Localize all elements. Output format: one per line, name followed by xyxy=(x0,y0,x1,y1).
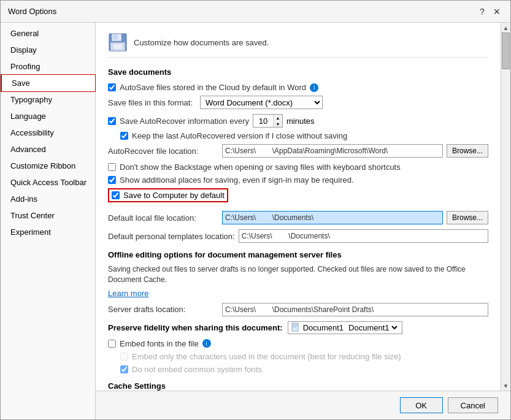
server-drafts-label: Server drafts location: xyxy=(108,305,218,314)
content-area: Customize how documents are saved. Save … xyxy=(96,23,501,391)
default-templates-row: Default personal templates location: xyxy=(108,229,488,243)
spinner-buttons: ▲ ▼ xyxy=(273,115,282,127)
header-section: Customize how documents are saved. xyxy=(108,32,488,58)
dont-show-backstage-label: Don't show the Backstage when opening or… xyxy=(120,162,401,172)
autorecover-browse-button[interactable]: Browse... xyxy=(447,144,488,158)
autorecover-minutes-input[interactable] xyxy=(253,115,273,127)
sidebar-item-proofing[interactable]: Proofing xyxy=(1,58,95,75)
autorecover-row: Save AutoRecover information every ▲ ▼ m… xyxy=(108,114,488,128)
offline-description: Saving checked out files to server draft… xyxy=(108,264,488,285)
svg-rect-6 xyxy=(293,324,298,325)
cancel-button[interactable]: Cancel xyxy=(448,397,498,413)
sidebar-item-typography[interactable]: Typography xyxy=(1,91,95,108)
cache-settings-title: Cache Settings xyxy=(108,381,488,391)
sidebar-item-add-ins[interactable]: Add-ins xyxy=(1,191,95,207)
autorecover-checkbox[interactable] xyxy=(108,117,116,125)
word-options-dialog: Word Options ? ✕ General Display Proofin… xyxy=(0,0,511,420)
sidebar-item-accessibility[interactable]: Accessibility xyxy=(1,124,95,141)
do-not-embed-row: Do not embed common system fonts xyxy=(108,365,488,374)
svg-rect-8 xyxy=(293,327,296,327)
fidelity-doc-select: Document1 Document1 xyxy=(288,321,402,334)
default-local-browse-button[interactable]: Browse... xyxy=(447,211,488,224)
sidebar-item-display[interactable]: Display xyxy=(1,42,95,58)
save-documents-section: Save documents AutoSave files stored in … xyxy=(108,67,488,243)
save-icon xyxy=(108,32,128,52)
fidelity-doc-value: Document1 xyxy=(303,323,344,332)
sidebar-item-save[interactable]: Save xyxy=(1,75,95,91)
offline-section: Offline editing options for document man… xyxy=(108,250,488,316)
title-bar: Word Options ? ✕ xyxy=(1,1,510,23)
do-not-embed-label: Do not embed common system fonts xyxy=(132,365,262,374)
save-to-computer-highlighted: Save to Computer by default xyxy=(108,188,228,202)
keep-last-row: Keep the last AutoRecovered version if I… xyxy=(108,131,488,140)
spinner-up-button[interactable]: ▲ xyxy=(274,115,282,121)
server-drafts-input[interactable] xyxy=(222,303,488,316)
default-templates-input[interactable] xyxy=(239,229,488,243)
fidelity-title: Preserve fidelity when sharing this docu… xyxy=(108,323,283,332)
autosave-info-icon[interactable]: i xyxy=(310,83,318,92)
scroll-down-arrow[interactable]: ▼ xyxy=(501,381,511,391)
embed-fonts-info-icon[interactable]: i xyxy=(202,339,211,348)
scroll-track xyxy=(501,32,510,381)
autosave-checkbox[interactable] xyxy=(108,83,116,91)
keep-last-label: Keep the last AutoRecovered version if I… xyxy=(132,131,347,140)
sidebar-item-language[interactable]: Language xyxy=(1,108,95,124)
embed-fonts-checkbox[interactable] xyxy=(108,340,116,348)
svg-rect-2 xyxy=(113,34,118,40)
embed-only-label: Embed only the characters used in the do… xyxy=(132,352,401,361)
save-format-row: Save files in this format: Word Document… xyxy=(108,96,488,109)
help-button[interactable]: ? xyxy=(476,6,488,18)
autorecover-label: Save AutoRecover information every xyxy=(120,116,249,126)
embed-fonts-label: Embed fonts in the file xyxy=(120,339,199,348)
svg-rect-7 xyxy=(293,326,298,326)
show-additional-row: Show additional places for saving, even … xyxy=(108,175,488,185)
fidelity-section: Preserve fidelity when sharing this docu… xyxy=(108,321,488,374)
default-local-label: Default local file location: xyxy=(108,213,218,223)
embed-fonts-row: Embed fonts in the file i xyxy=(108,339,488,348)
offline-section-title: Offline editing options for document man… xyxy=(108,250,488,259)
embed-only-row: Embed only the characters used in the do… xyxy=(108,352,488,361)
save-to-computer-label: Save to Computer by default xyxy=(123,191,225,200)
save-to-computer-checkbox[interactable] xyxy=(112,191,120,199)
do-not-embed-checkbox[interactable] xyxy=(120,365,128,373)
sidebar-item-advanced[interactable]: Advanced xyxy=(1,141,95,158)
sidebar-item-customize-ribbon[interactable]: Customize Ribbon xyxy=(1,158,95,174)
sidebar-item-quick-access[interactable]: Quick Access Toolbar xyxy=(1,174,95,191)
dont-show-backstage-checkbox[interactable] xyxy=(108,163,116,171)
sidebar: General Display Proofing Save Typography… xyxy=(1,23,96,419)
learn-more-link[interactable]: Learn more xyxy=(108,289,148,298)
server-drafts-row: Server drafts location: xyxy=(108,303,488,316)
keep-last-checkbox[interactable] xyxy=(120,132,128,140)
document-icon xyxy=(291,323,301,332)
scrollbar: ▲ ▼ xyxy=(501,23,510,391)
default-local-row: Default local file location: Browse... xyxy=(108,211,488,224)
fidelity-doc-dropdown[interactable]: Document1 xyxy=(346,323,399,333)
autosave-row: AutoSave files stored in the Cloud by de… xyxy=(108,83,488,92)
header-text: Customize how documents are saved. xyxy=(134,38,269,47)
spinner-down-button[interactable]: ▼ xyxy=(274,121,282,127)
default-local-input[interactable] xyxy=(222,211,443,224)
autorecover-location-input[interactable] xyxy=(222,144,443,158)
fidelity-row: Preserve fidelity when sharing this docu… xyxy=(108,321,488,334)
scroll-thumb[interactable] xyxy=(502,32,510,69)
cache-settings-section: Cache Settings xyxy=(108,381,488,391)
sidebar-item-trust-center[interactable]: Trust Center xyxy=(1,207,95,224)
show-additional-checkbox[interactable] xyxy=(108,176,116,184)
save-to-computer-highlighted-row: Save to Computer by default xyxy=(108,188,488,206)
svg-rect-4 xyxy=(113,44,123,50)
save-format-dropdown[interactable]: Word Document (*.docx) xyxy=(200,96,323,109)
minutes-label: minutes xyxy=(286,116,315,126)
title-bar-controls: ? ✕ xyxy=(476,6,503,18)
default-templates-label: Default personal templates location: xyxy=(108,232,235,241)
autorecover-location-label: AutoRecover file location: xyxy=(108,147,218,156)
main-content: Customize how documents are saved. Save … xyxy=(96,23,510,419)
sidebar-item-general[interactable]: General xyxy=(1,25,95,42)
sidebar-item-experiment[interactable]: Experiment xyxy=(1,224,95,240)
footer: OK Cancel xyxy=(96,391,510,419)
autosave-label: AutoSave files stored in the Cloud by de… xyxy=(120,83,306,92)
close-button[interactable]: ✕ xyxy=(491,6,503,18)
ok-button[interactable]: OK xyxy=(400,397,443,413)
dont-show-backstage-row: Don't show the Backstage when opening or… xyxy=(108,162,488,172)
scroll-up-arrow[interactable]: ▲ xyxy=(501,23,511,32)
show-additional-label: Show additional places for saving, even … xyxy=(120,175,354,185)
